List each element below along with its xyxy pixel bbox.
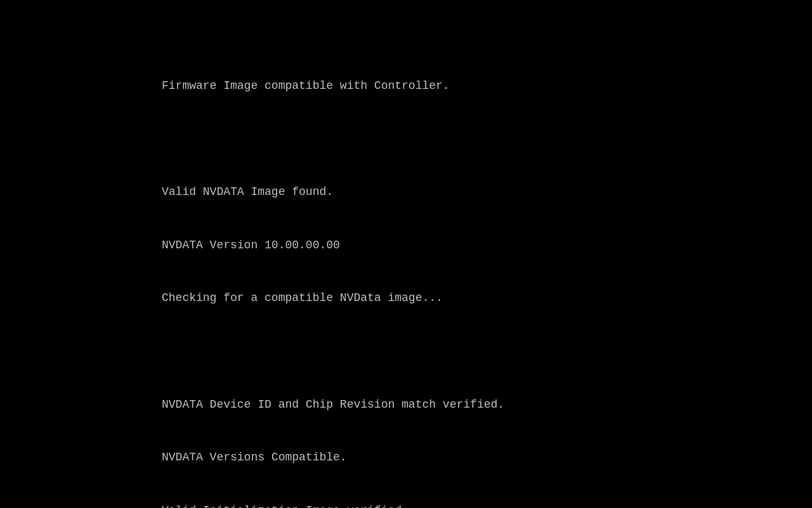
terminal-line-blank-2 <box>0 343 812 361</box>
terminal-line-6: NVDATA Versions Compatible. <box>0 449 812 467</box>
terminal-window: Firmware Image compatible with Controlle… <box>0 0 812 508</box>
terminal-content: Firmware Image compatible with Controlle… <box>0 42 812 508</box>
terminal-line-4: Checking for a compatible NVData image..… <box>0 290 812 307</box>
terminal-line-1: Firmware Image compatible with Controlle… <box>0 77 812 95</box>
terminal-line-3: NVDATA Version 10.00.00.00 <box>0 237 812 255</box>
terminal-line-blank-1 <box>0 130 812 148</box>
terminal-line-5: NVDATA Device ID and Chip Revision match… <box>0 396 812 414</box>
terminal-line-7: Valid Initialization Image verified. <box>0 502 812 508</box>
terminal-line-2: Valid NVDATA Image found. <box>0 184 812 201</box>
